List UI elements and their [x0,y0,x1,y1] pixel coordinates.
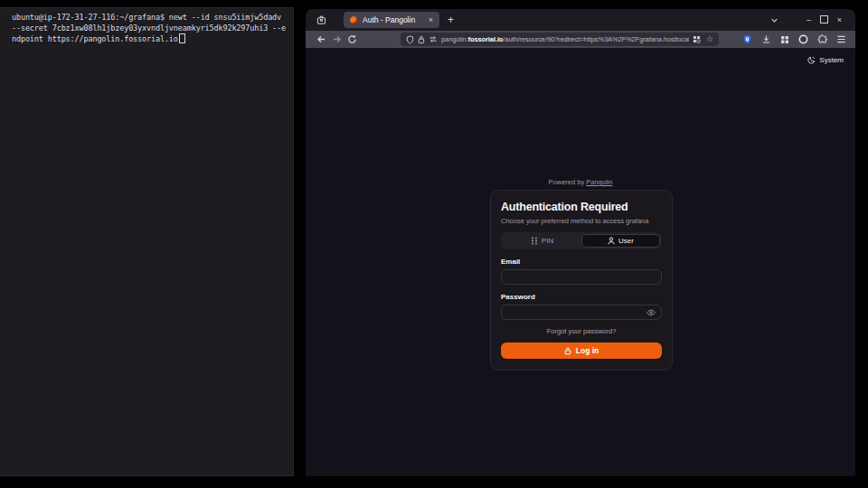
tab-user[interactable]: User [581,234,660,248]
back-icon[interactable] [314,34,329,44]
password-field[interactable] [507,308,646,316]
tab-user-label: User [618,237,634,245]
eye-icon[interactable] [646,309,656,316]
email-field[interactable] [507,273,656,281]
terminal-line-text: ndpoint https://pangolin.fossorial.io [12,34,178,43]
pangolin-link[interactable]: Pangolin [586,178,612,186]
reload-icon[interactable] [344,34,360,44]
user-icon [608,237,615,245]
minimize-button[interactable]: – [801,16,816,24]
email-label: Email [501,258,662,266]
terminal-cursor [179,33,185,43]
download-icon[interactable] [761,34,771,44]
terminal-window[interactable]: ubuntu@ip-172-31-27-116:~/grafana$ newt … [0,7,294,476]
tab-title: Auth - Pangolin [363,15,424,24]
url-text[interactable]: pangolin.fossorial.io/auth/resource/90?r… [441,35,689,43]
maximize-icon [820,15,828,23]
terminal-line: --secret 7cbz1xw08lh1jbzey03yxvndljvneam… [12,23,286,34]
login-button-label: Log in [576,346,599,355]
login-lock-icon [564,347,571,355]
translate-switch-icon[interactable] [429,35,438,43]
tab-pin[interactable]: PIN [503,234,581,248]
menu-icon[interactable] [836,35,846,43]
theme-toggle[interactable]: System [807,56,844,64]
browser-tab-auth-pangolin[interactable]: Auth - Pangolin × [344,12,439,28]
password-label: Password [501,293,662,301]
shield-icon[interactable] [406,35,414,44]
powered-by: Powered by Pangolin [306,178,855,186]
card-subtitle: Choose your preferred method to access g… [501,217,662,225]
email-field-wrap [501,269,662,285]
forgot-password-link[interactable]: Forgot your password? [501,327,662,335]
auth-method-tabs: PIN User [501,232,662,249]
tab-pin-label: PIN [542,237,553,245]
card-title: Authentication Required [501,201,662,213]
window-controls: – × [767,15,847,25]
urlbar-actions: ☆ [693,35,713,43]
pangolin-favicon [350,16,358,24]
lock-icon[interactable] [418,35,425,44]
terminal-line: ndpoint https://pangolin.fossorial.io [12,33,286,45]
adblock-circle-icon[interactable] [798,34,808,44]
login-button[interactable]: Log in [501,343,662,359]
tab-bar: Auth - Pangolin × + – × [306,9,855,31]
browser-window: Auth - Pangolin × + – × [306,9,855,476]
navigation-toolbar: pangolin.fossorial.io/auth/resource/90?r… [306,31,855,48]
maximize-button[interactable] [816,15,832,25]
sun-moon-icon [807,56,816,64]
password-field-wrap [501,305,662,320]
theme-toggle-label: System [819,56,844,64]
terminal-line: ubuntu@ip-172-31-27-116:~/grafana$ newt … [12,13,286,23]
containers-icon[interactable] [693,35,701,43]
password-manager-icon[interactable] [742,34,752,44]
tab-list-chevron-icon[interactable] [767,16,781,24]
forward-icon[interactable] [329,34,344,44]
url-prefix: pangolin. [441,35,468,43]
page-content: System Powered by Pangolin Authenticatio… [306,48,855,476]
url-path: /auth/resource/90?redirect=https%3A%2F%2… [503,35,689,43]
extensions-grid-icon[interactable] [780,35,789,44]
close-window-button[interactable]: × [832,16,847,24]
firefox-view-icon[interactable] [314,13,328,27]
toolbar-extensions [742,34,847,44]
powered-by-text: Powered by [549,178,585,186]
dialpad-icon [531,237,538,245]
bookmark-star-icon[interactable]: ☆ [706,35,713,43]
tab-close-icon[interactable]: × [429,16,433,24]
puzzle-icon[interactable] [817,34,827,44]
new-tab-button[interactable]: + [448,14,454,25]
url-bar[interactable]: pangolin.fossorial.io/auth/resource/90?r… [401,33,719,46]
url-domain: fossorial.io [468,35,504,43]
auth-card: Authentication Required Choose your pref… [490,190,673,371]
